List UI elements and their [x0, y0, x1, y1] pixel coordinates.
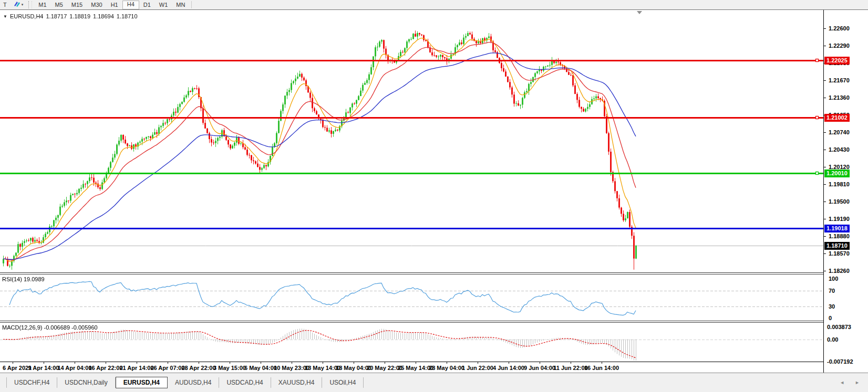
macd-panel: MACD(12,26,9) -0.006689 -0.005960 [0, 323, 823, 362]
time-tick-mark [292, 362, 292, 364]
price-tick-label: 1.18260 [829, 268, 850, 274]
price-tick-label: 1.22290 [829, 43, 850, 49]
time-tick-mark [137, 362, 137, 364]
price-level-badge-1-20010: 1.20010 [824, 169, 850, 177]
time-tick-label: 16 Apr 22:00 [88, 365, 122, 371]
chart-tab-usdchf-h4[interactable]: USDCHF,H4 [6, 377, 57, 388]
chart-tab-usdcnh-daily[interactable]: USDCNH,Daily [57, 377, 115, 388]
price-tick-mark [824, 236, 826, 237]
rsi-axis-tick: 0 [829, 315, 832, 321]
price-tick-mark [824, 271, 826, 271]
rsi-canvas[interactable] [0, 274, 823, 321]
time-tick-label: 11 Jun 22:00 [553, 365, 587, 371]
macd-axis-tick: 0.003873 [827, 324, 851, 330]
price-tick-mark [824, 132, 826, 133]
colors-button[interactable]: ▾ [10, 1, 27, 9]
chart-tab-bar: USDCHF,H4USDCNH,DailyEURUSD,H4AUDUSD,H4U… [0, 373, 868, 392]
price-level-badge-1-21002: 1.21002 [824, 114, 850, 122]
time-tick-label: 18 May 04:00 [336, 365, 371, 371]
price-level-badge-1-22025: 1.22025 [824, 57, 850, 65]
dropdown-arrow-icon: ▾ [22, 1, 24, 9]
time-tick-label: 26 Apr 07:00 [150, 365, 184, 371]
chart-tabs: USDCHF,H4USDCNH,DailyEURUSD,H4AUDUSD,H4U… [6, 377, 364, 388]
macd-label: MACD(12,26,9) -0.006689 -0.005960 [2, 324, 98, 331]
timeframe-button-m30[interactable]: M30 [87, 1, 106, 9]
time-tick-mark [354, 362, 354, 364]
price-tick-mark [824, 167, 826, 167]
price-tick-label: 1.19810 [829, 181, 850, 187]
timeframe-button-h4[interactable]: H4 [122, 1, 139, 9]
time-axis[interactable]: 6 Apr 20219 Apr 14:0014 Apr 04:0016 Apr … [0, 362, 823, 373]
chart-workspace: ▼ EURUSD,H4 1.18717 1.18819 1.18694 1.18… [0, 9, 868, 373]
rsi-label: RSI(14) 19.0989 [2, 276, 45, 282]
ohlc-high: 1.18819 [69, 13, 90, 19]
price-tick-label: 1.20740 [829, 129, 850, 135]
tab-scroll-right-icon[interactable]: ► [855, 380, 860, 385]
timeframe-button-group: M1M5M15M30H1H4D1W1MN [34, 1, 189, 9]
collapse-triangle-icon[interactable]: ▼ [3, 14, 7, 19]
timeframe-button-w1[interactable]: W1 [155, 1, 172, 9]
tab-scroll-left-icon[interactable]: ◄ [840, 380, 844, 385]
mt4-window: T ▾ M1M5M15M30H1H4D1W1MN ▼ EURUSD,H4 1.1… [0, 0, 868, 392]
time-tick-label: 6 May 04:00 [244, 365, 277, 371]
time-tick-mark [416, 362, 416, 364]
timeframe-button-d1[interactable]: D1 [139, 1, 155, 9]
time-tick-mark [261, 362, 261, 364]
price-tick-label: 1.21670 [829, 77, 850, 83]
crayons-icon [13, 1, 20, 9]
macd-axis-tick: 0.00 [827, 336, 838, 343]
text-tool-button[interactable]: T [0, 1, 10, 9]
rsi-panel: RSI(14) 19.0989 [0, 274, 823, 321]
toolbar-separator [191, 1, 192, 8]
chart-tab-audusd-h4[interactable]: AUDUSD,H4 [168, 377, 219, 388]
time-tick-label: 16 Jun 14:00 [584, 365, 619, 371]
time-tick-mark [230, 362, 230, 364]
timeframe-button-m5[interactable]: M5 [51, 1, 67, 9]
price-tick-label: 1.20430 [829, 146, 850, 153]
tab-scroll-arrows: ◄ ► [840, 380, 860, 385]
time-tick-label: 13 May 14:00 [305, 365, 340, 371]
chart-tab-eurusd-h4[interactable]: EURUSD,H4 [116, 377, 168, 388]
time-tick-mark [13, 362, 13, 364]
price-tick-mark [824, 202, 826, 202]
price-level-badge-1-19018: 1.19018 [824, 225, 850, 232]
price-tick-label: 1.21360 [829, 94, 850, 101]
time-tick-mark [602, 362, 602, 364]
ohlc-open: 1.18717 [46, 13, 67, 19]
time-tick-mark [106, 362, 106, 364]
chart-shift-marker[interactable] [637, 11, 642, 14]
time-tick-label: 21 Apr 14:00 [119, 365, 153, 371]
time-tick-mark [478, 362, 478, 364]
rsi-axis-tick: 30 [829, 303, 835, 310]
toolbar-grip [28, 1, 32, 8]
price-tick-mark [824, 150, 826, 150]
chart-tab-xauusd-h4[interactable]: XAUUSD,H4 [271, 377, 323, 388]
price-tick-mark [824, 184, 826, 185]
chart-plots-column: ▼ EURUSD,H4 1.18717 1.18819 1.18694 1.18… [0, 10, 823, 373]
price-axis[interactable]: 0.0038730.00-0.0071921.226001.222901.219… [823, 10, 868, 373]
chart-tab-usoil-h4[interactable]: USOil,H4 [322, 377, 364, 388]
price-tick-mark [824, 80, 826, 81]
timeframe-button-m15[interactable]: M15 [67, 1, 87, 9]
price-tick-mark [824, 46, 826, 46]
price-chart-canvas[interactable] [0, 10, 823, 272]
time-tick-label: 28 May 04:00 [429, 365, 464, 371]
time-tick-mark [44, 362, 44, 364]
chart-tab-usdcad-h4[interactable]: USDCAD,H4 [219, 377, 271, 388]
chart-header: ▼ EURUSD,H4 1.18717 1.18819 1.18694 1.18… [3, 13, 138, 19]
time-tick-mark [571, 362, 571, 364]
timeframe-button-h1[interactable]: H1 [107, 1, 122, 9]
price-tick-mark [824, 28, 826, 29]
price-level-badge-1-18710: 1.18710 [824, 242, 850, 250]
time-tick-label: 4 Jun 14:00 [493, 365, 524, 371]
macd-canvas[interactable] [0, 323, 823, 362]
rsi-axis-tick: 70 [829, 288, 835, 294]
timeframe-button-mn[interactable]: MN [172, 1, 189, 9]
time-tick-mark [447, 362, 447, 364]
time-tick-mark [509, 362, 509, 364]
time-tick-label: 9 Jun 04:00 [524, 365, 555, 371]
price-tick-mark [824, 253, 826, 254]
price-tick-label: 1.18880 [829, 233, 850, 239]
timeframe-button-m1[interactable]: M1 [34, 1, 50, 9]
time-tick-label: 25 May 14:00 [398, 365, 433, 371]
